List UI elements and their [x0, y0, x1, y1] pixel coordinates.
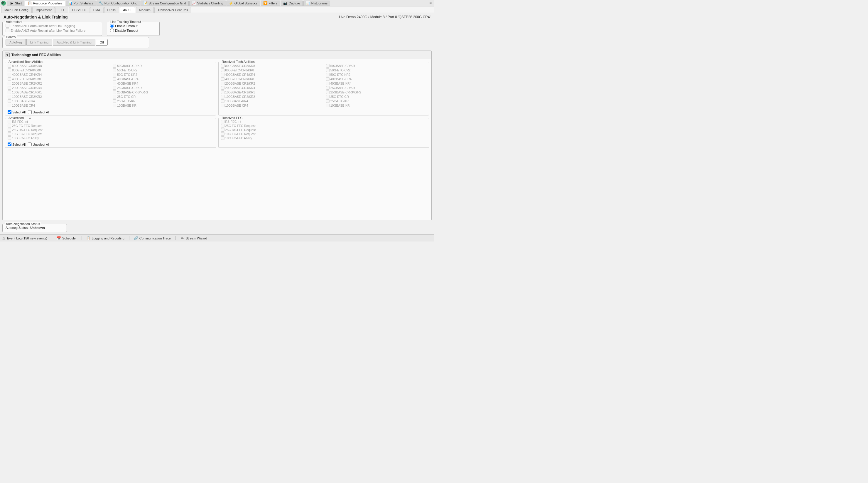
rcv-fec-cb-1[interactable] [221, 124, 224, 127]
top-tab-port-statistics[interactable]: 📊Port Statistics [66, 1, 96, 6]
bottom-item-logging[interactable]: 📋Logging and Reporting [87, 236, 124, 240]
rcv-tech-cb-col2-7[interactable] [326, 95, 330, 98]
sub-tab-pcs-fec[interactable]: PCS/FEC [69, 7, 90, 12]
rcv-tech-cb-9[interactable] [221, 104, 224, 107]
adv-tech-cb-5[interactable] [8, 86, 11, 90]
rcv-tech-cb-5[interactable] [221, 86, 224, 90]
top-tab-resource-properties[interactable]: 📋Resource Properties [25, 1, 65, 6]
rcv-tech-cb-col2-4[interactable] [326, 82, 330, 85]
adv-tech-cb-7[interactable] [8, 95, 11, 98]
bottom-item-stream-wizard[interactable]: ✏Stream Wizard [181, 236, 207, 240]
top-tab-histograms[interactable]: 📊Histograms [303, 1, 331, 6]
rcv-tech-label-col2-0: 50GBASE-CR/KR [331, 64, 355, 67]
rcv-tech-cb-2[interactable] [221, 73, 224, 76]
adv-tech-cb-2[interactable] [8, 73, 11, 76]
bottom-item-comm-trace[interactable]: 🔗Communication Trace [134, 236, 171, 240]
top-tab-stream-config-grid[interactable]: 📝Stream Configuration Grid [141, 1, 189, 6]
adv-tech-cb-1[interactable] [8, 68, 11, 72]
adv-tech-cb-6[interactable] [8, 90, 11, 94]
rcv-tech-cb-6[interactable] [221, 90, 224, 94]
adv-tech-cb-9[interactable] [8, 104, 11, 107]
rcv-tech-cb-col2-8[interactable] [326, 99, 330, 103]
rcv-tech-cb-7[interactable] [221, 95, 224, 98]
adv-tech-cb-col2-6[interactable] [113, 90, 116, 94]
rcv-fec-cb-2[interactable] [221, 128, 224, 132]
sub-tab-eee[interactable]: EEE [56, 7, 68, 12]
adv-tech-cb-0[interactable] [8, 64, 11, 67]
rcv-tech-cb-1[interactable] [221, 68, 224, 72]
adv-tech-cb-col2-7[interactable] [113, 95, 116, 98]
rcv-tech-cb-8[interactable] [221, 99, 224, 103]
rcv-tech-cb-4[interactable] [221, 82, 224, 85]
rcv-tech-label-col2-7: 25G-ETC-CR [331, 95, 349, 98]
rcv-fec-cb-0[interactable] [221, 120, 224, 123]
adv-fec-cb-1[interactable] [8, 124, 11, 127]
sub-tab-an-lt[interactable]: AN/LT [120, 7, 135, 12]
adv-tech-cb-col2-0[interactable] [113, 64, 116, 67]
sub-tab-medium[interactable]: Medium [136, 7, 154, 12]
rcv-fec-cb-4[interactable] [221, 136, 224, 140]
adv-tech-cb-col2-9[interactable] [113, 104, 116, 107]
adv-tech-cb-col2-2[interactable] [113, 73, 116, 76]
section-header: ▼ Technology and FEC Abilities [3, 51, 431, 59]
rcv-tech-cb-col2-1[interactable] [326, 68, 330, 72]
rcv-fec-cb-3[interactable] [221, 132, 224, 136]
rcv-tech-cb-col2-5[interactable] [326, 86, 330, 90]
link-training-button[interactable]: Link Training [26, 39, 52, 46]
autoneg-link-training-button[interactable]: AutoNeg & Link Training [53, 39, 95, 46]
rcv-tech-cb-col2-9[interactable] [326, 104, 330, 107]
top-tab-global-statistics[interactable]: ⚡Global Statistics [226, 1, 260, 6]
top-settings: Autorestart Enable ANLT Auto-Restart aft… [2, 22, 432, 36]
sub-tab-prbs[interactable]: PRBS [104, 7, 119, 12]
rcv-tech-cb-3[interactable] [221, 77, 224, 81]
adv-tech-cb-4[interactable] [8, 82, 11, 85]
adv-fec-cb-0[interactable] [8, 120, 11, 123]
sub-tab-impairment[interactable]: Impairment [32, 7, 55, 12]
autorestart-checkbox-2[interactable] [6, 28, 9, 32]
adv-fec-cb-4[interactable] [8, 136, 11, 140]
rcv-tech-cb-col2-0[interactable] [326, 64, 330, 67]
received-tech-grid: 800GBASE-CR8/KR850GBASE-CR/KR800G-ETC-CR… [221, 64, 427, 108]
adv-tech-cb-col2-4[interactable] [113, 82, 116, 85]
top-tab-filters[interactable]: 🔽Filters [261, 1, 280, 6]
adv-tech-item-col2-8: 25G-ETC-KR [113, 99, 213, 103]
adv-tech-cb-col2-8[interactable] [113, 99, 116, 103]
adv-unselect-all-label: Unselect All [33, 111, 49, 114]
rcv-fec-item-1: 25G FC-FEC Request [221, 124, 427, 127]
adv-select-all-checkbox[interactable] [8, 110, 11, 114]
close-button[interactable]: ✕ [428, 1, 433, 6]
sub-tab-main-port-config[interactable]: Main Port Config [1, 7, 32, 12]
advertised-tech-select-all-row: Select All Unselect All [8, 109, 213, 114]
rcv-tech-cb-col2-3[interactable] [326, 77, 330, 81]
sub-tab-pma[interactable]: PMA [90, 7, 103, 12]
adv-tech-cb-col2-3[interactable] [113, 77, 116, 81]
autoneg-button[interactable]: AutoNeg [6, 39, 26, 46]
adv-tech-cb-col2-1[interactable] [113, 68, 116, 72]
adv-tech-cb-8[interactable] [8, 99, 11, 103]
bottom-item-scheduler[interactable]: 📅Scheduler [57, 236, 77, 240]
top-tab-statistics-charting[interactable]: 📈Statistics Charting [189, 1, 226, 6]
top-tab-capture[interactable]: 📷Capture [281, 1, 303, 6]
bottom-item-event-log[interactable]: ⚠Event Log (150 new events) [2, 236, 47, 240]
adv-fec-cb-2[interactable] [8, 128, 11, 132]
top-tab-port-config-grid[interactable]: 🔧Port Configuration Grid [97, 1, 140, 6]
rcv-tech-cb-col2-6[interactable] [326, 90, 330, 94]
rcv-tech-cb-col2-2[interactable] [326, 73, 330, 76]
adv-unselect-all-checkbox[interactable] [28, 110, 32, 114]
top-tab-start[interactable]: ▶Start [7, 1, 24, 6]
rcv-tech-item-col2-7: 25G-ETC-CR [326, 94, 426, 99]
disable-timeout-radio[interactable] [110, 28, 114, 32]
sub-tab-transceiver-features[interactable]: Transceiver Features [154, 7, 191, 12]
tab-label-resource-properties: Resource Properties [33, 1, 62, 5]
adv-tech-cb-col2-5[interactable] [113, 86, 116, 90]
rcv-tech-cb-0[interactable] [221, 64, 224, 67]
tab-label-stream-config-grid: Stream Configuration Grid [149, 1, 186, 5]
adv-tech-cb-3[interactable] [8, 77, 11, 81]
collapse-button[interactable]: ▼ [5, 53, 10, 57]
off-button[interactable]: Off [96, 39, 108, 46]
fec-unselect-all-checkbox[interactable] [28, 142, 32, 146]
enable-timeout-radio[interactable] [110, 24, 114, 28]
autorestart-checkbox-1[interactable] [6, 24, 9, 28]
adv-fec-cb-3[interactable] [8, 132, 11, 136]
fec-select-all-checkbox[interactable] [8, 142, 11, 146]
